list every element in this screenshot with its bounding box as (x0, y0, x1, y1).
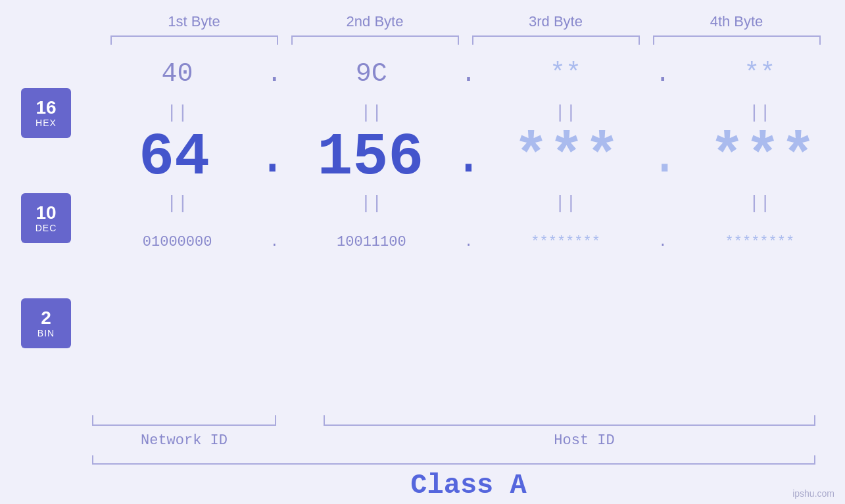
eq1-cell-2: || (286, 100, 456, 125)
class-label: Class A (92, 470, 845, 501)
eq1-sym-1: || (92, 100, 262, 125)
equals-row-2: || || || || (92, 191, 845, 216)
dec-cell-2: 156 (288, 128, 452, 187)
hex-badge-number: 16 (36, 98, 56, 118)
bracket-4 (653, 35, 821, 45)
bracket-1 (110, 35, 278, 45)
bin-badge-number: 2 (41, 308, 51, 329)
byte-header-3: 3rd Byte (466, 13, 646, 30)
hex-row: 40 . 9C . ** . ** (92, 47, 845, 100)
dec-badge-number: 10 (36, 203, 56, 223)
bracket-2 (291, 35, 459, 45)
dec-dot-1: . (256, 125, 288, 191)
eq1-sym-2: || (286, 100, 456, 125)
network-bracket (92, 415, 276, 426)
eq2-sym-2: || (286, 191, 456, 216)
bin-dot-3: . (651, 234, 675, 250)
badges-column: 16 HEX 10 DEC 2 BIN (0, 47, 92, 415)
eq2-cell-4: || (675, 191, 845, 216)
eq1-cell-4: || (675, 100, 845, 125)
byte-header-1: 1st Byte (104, 13, 285, 30)
bin-badge-label: BIN (37, 328, 55, 338)
eq2-sym-1: || (92, 191, 262, 216)
host-bracket (324, 415, 815, 426)
big-bottom-bracket (92, 455, 815, 465)
dec-row: 64 . 156 . *** . *** (92, 125, 845, 191)
hex-val-4: ** (744, 59, 775, 89)
bin-val-3: ******** (531, 234, 600, 250)
byte-header-4: 4th Byte (646, 13, 827, 30)
bin-val-2: 10011100 (337, 234, 406, 250)
bin-cell-4: ******** (675, 234, 845, 250)
bracket-3 (472, 35, 640, 45)
eq1-cell-1: || (92, 100, 262, 125)
main-container: 1st Byte 2nd Byte 3rd Byte 4th Byte 16 H… (0, 0, 845, 504)
hex-cell-3: ** (481, 59, 651, 89)
top-brackets (104, 35, 827, 47)
bottom-section: Network ID Host ID Class A (0, 415, 845, 504)
dec-cell-3: *** (485, 128, 649, 187)
network-host-labels: Network ID Host ID (92, 432, 845, 449)
hex-dot-1: . (262, 59, 286, 89)
main-area: 16 HEX 10 DEC 2 BIN 40 . (0, 47, 845, 415)
data-grid: 40 . 9C . ** . ** (92, 47, 845, 415)
eq2-sym-3: || (481, 191, 651, 216)
hex-val-2: 9C (356, 59, 387, 89)
hex-badge-label: HEX (36, 118, 57, 128)
bin-val-4: ******** (725, 234, 795, 250)
dec-badge: 10 DEC (21, 193, 71, 243)
dec-dot-2: . (452, 125, 484, 191)
eq1-sym-3: || (481, 100, 651, 125)
hex-cell-1: 40 (92, 59, 262, 89)
byte-headers: 1st Byte 2nd Byte 3rd Byte 4th Byte (104, 13, 827, 30)
hex-badge: 16 HEX (21, 88, 71, 138)
network-id-label: Network ID (92, 432, 276, 449)
dec-cell-1: 64 (92, 128, 256, 187)
bin-val-1: 01000000 (143, 234, 212, 250)
dec-val-1: 64 (139, 124, 210, 191)
byte-header-2: 2nd Byte (285, 13, 466, 30)
hex-dot-3: . (651, 59, 675, 89)
dec-val-2: 156 (317, 124, 423, 191)
hex-cell-4: ** (675, 59, 845, 89)
dec-val-3: *** (514, 124, 620, 191)
eq2-cell-2: || (286, 191, 456, 216)
dec-cell-4: *** (681, 128, 845, 187)
eq2-cell-3: || (481, 191, 651, 216)
hex-val-3: ** (550, 59, 581, 89)
hex-cell-2: 9C (286, 59, 456, 89)
equals-row-1: || || || || (92, 100, 845, 125)
bottom-brackets (92, 415, 815, 428)
bin-cell-1: 01000000 (92, 234, 262, 250)
hex-val-1: 40 (162, 59, 193, 89)
host-id-label: Host ID (324, 432, 845, 449)
bin-cell-2: 10011100 (286, 234, 456, 250)
eq2-cell-1: || (92, 191, 262, 216)
eq1-sym-4: || (675, 100, 845, 125)
bin-badge: 2 BIN (21, 298, 71, 348)
bin-dot-2: . (457, 234, 481, 250)
bin-dot-1: . (262, 234, 286, 250)
bin-cell-3: ******** (481, 234, 651, 250)
eq2-sym-4: || (675, 191, 845, 216)
dec-badge-label: DEC (36, 223, 57, 233)
hex-dot-2: . (457, 59, 481, 89)
dec-dot-3: . (649, 125, 681, 191)
watermark: ipshu.com (792, 488, 834, 499)
dec-val-4: *** (710, 124, 816, 191)
eq1-cell-3: || (481, 100, 651, 125)
bin-row: 01000000 . 10011100 . ******** . (92, 216, 845, 268)
